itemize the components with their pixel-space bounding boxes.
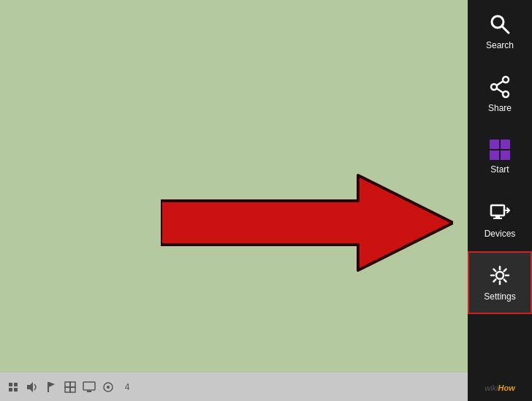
svg-marker-7 [49,382,55,387]
search-icon [488,12,512,36]
svg-point-19 [503,91,509,97]
svg-line-21 [497,81,503,85]
svg-rect-25 [493,218,502,219]
svg-rect-13 [87,391,91,392]
charm-search[interactable]: Search [468,0,532,63]
wiki-text: wikiHow [484,383,515,392]
svg-rect-10 [65,387,70,392]
settings-icon [488,264,512,287]
svg-point-15 [107,386,110,389]
svg-line-17 [502,26,509,33]
share-icon [488,75,512,99]
svg-point-26 [496,272,503,279]
svg-rect-4 [14,388,18,392]
svg-rect-8 [65,382,70,387]
svg-point-20 [491,84,497,90]
taskbar-flag-icon [44,380,58,394]
charm-devices[interactable]: Devices [468,188,532,251]
taskbar-touch-icon [101,380,115,394]
charm-start-label: Start [490,164,509,175]
taskbar-network-icon [6,380,20,394]
svg-rect-1 [9,383,12,386]
charm-devices-label: Devices [484,229,516,239]
charm-start[interactable]: Start [468,126,532,188]
charms-bar: Search Share Start Devices [468,0,532,401]
taskbar-display-icon [82,380,96,394]
svg-rect-9 [70,382,75,387]
taskbar-volume-icon [25,380,39,394]
taskbar: 4 [0,373,468,401]
main-content-area [0,0,468,373]
svg-rect-6 [48,382,49,392]
svg-rect-23 [491,205,504,215]
wikihow-watermark: wikiHow [468,383,532,395]
charm-search-label: Search [486,40,514,50]
charm-share[interactable]: Share [468,63,532,126]
svg-rect-11 [70,387,75,392]
taskbar-battery-icon: 4 [120,380,134,394]
svg-rect-2 [14,383,18,386]
svg-rect-12 [83,382,95,390]
start-icon [490,140,510,160]
charm-settings-label: Settings [484,291,515,302]
charm-share-label: Share [488,103,512,113]
svg-rect-3 [9,388,12,392]
svg-marker-5 [27,382,33,392]
charm-settings[interactable]: Settings [468,251,532,314]
svg-point-18 [503,77,509,83]
taskbar-window-icon [63,380,77,394]
devices-icon [488,201,512,224]
svg-rect-24 [495,215,500,218]
svg-line-22 [497,88,503,93]
